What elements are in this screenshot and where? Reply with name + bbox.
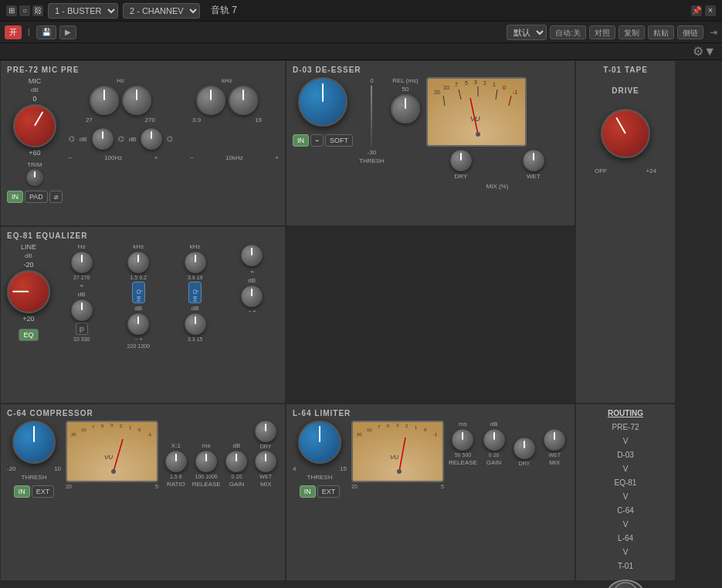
lim-mix-dry-knob[interactable] — [514, 438, 535, 459]
dry-knob[interactable] — [450, 150, 472, 171]
comp-in-btn[interactable]: IN — [14, 485, 30, 498]
settings-arrow[interactable]: ▼ — [703, 45, 716, 59]
comp-ms-label: ms — [202, 442, 211, 449]
pad-button[interactable]: PAD — [25, 191, 48, 203]
hz-low-knob[interactable] — [90, 86, 119, 115]
ratio-knob[interactable] — [165, 451, 187, 472]
thresh-max: 0 — [370, 77, 373, 84]
comp-thresh-min: -20 — [7, 465, 16, 472]
svg-text:-1: -1 — [147, 432, 152, 437]
filter-icon2: ⌬ — [118, 135, 124, 143]
hz-high-knob[interactable] — [122, 86, 151, 115]
drive-knob[interactable] — [601, 109, 650, 158]
band1-pin[interactable]: 𝕡 — [76, 323, 88, 335]
track2-selector[interactable]: 2 - CHANNEV — [123, 3, 200, 19]
lim-thresh-knob[interactable] — [298, 421, 341, 464]
band1-hz: Hz — [78, 243, 86, 250]
chain-icon[interactable]: ⛓ — [32, 5, 43, 16]
window-title: 音轨 7 — [205, 4, 686, 17]
khz-low-knob[interactable] — [196, 86, 225, 115]
lim-gain-knob[interactable] — [483, 429, 505, 451]
eq-line-knob[interactable] — [7, 270, 50, 313]
desser-chain-btn[interactable]: ⌁ — [310, 134, 324, 147]
lim-v500: 500 — [463, 452, 472, 458]
settings-bar: ⚙ ▼ — [0, 43, 722, 60]
band3-v15b: 15 — [197, 336, 203, 342]
comp-ext-btn[interactable]: EXT — [32, 485, 55, 498]
side-icon: ⇥ — [710, 27, 717, 38]
play-button[interactable]: ▶ — [59, 25, 76, 39]
band3-gain-knob[interactable] — [185, 313, 206, 335]
lim-v50: 50 — [455, 452, 461, 458]
mic-value: 0 — [32, 95, 36, 103]
khz-high-knob[interactable] — [229, 86, 258, 115]
svg-text:-1: -1 — [433, 432, 438, 437]
tape-panel: T-01 TAPE DRIVE OFF +24 — [575, 60, 676, 404]
band1-gain-knob[interactable] — [71, 299, 93, 321]
release-knob[interactable] — [195, 451, 217, 472]
svg-text:7: 7 — [455, 82, 458, 87]
rel-knob[interactable] — [391, 94, 420, 123]
band4-gain-knob[interactable] — [241, 286, 263, 307]
compare-button[interactable]: 对照 — [589, 25, 615, 39]
svg-text:VU: VU — [390, 454, 398, 461]
comp-thresh-max: 10 — [54, 465, 61, 472]
desser-soft-btn[interactable]: SOFT — [325, 134, 353, 147]
save-icon[interactable]: 💾 — [36, 25, 56, 39]
auto-button[interactable]: 自动:关 — [550, 25, 586, 39]
paste-button[interactable]: 粘贴 — [648, 25, 674, 39]
mic-knob[interactable] — [13, 104, 56, 147]
eq-button[interactable]: EQ — [19, 329, 38, 341]
off-label: OFF — [595, 167, 607, 174]
band2-khz: kHz — [133, 243, 144, 250]
in-button[interactable]: IN — [7, 191, 23, 203]
lim-in-btn[interactable]: IN — [300, 485, 316, 498]
v19: 19 — [255, 117, 262, 123]
mix-dry-knob[interactable] — [255, 421, 276, 442]
desser-panel: D-03 DE-ESSER IN ⌁ SOFT 0 -30 THRESH — [286, 60, 575, 226]
gain-knob[interactable] — [225, 451, 247, 472]
separator1: | — [28, 28, 30, 36]
lim-release-label: RELEASE — [449, 459, 477, 466]
settings-icon[interactable]: ⚙ — [693, 44, 703, 59]
band3-freq-knob[interactable] — [185, 252, 206, 273]
close-button[interactable]: × — [705, 5, 716, 16]
band4-db: dB — [248, 277, 256, 284]
mix-wet-knob[interactable] — [255, 451, 276, 472]
track1-selector[interactable]: 1 - BUSTER — [48, 3, 118, 19]
lim-ext-btn[interactable]: EXT — [317, 485, 341, 498]
title-bar: ⊞ ○ ⛓ 1 - BUSTER 2 - CHANNEV 音轨 7 📌 × — [0, 0, 722, 22]
thresh-label: THRESH — [359, 157, 385, 164]
trim-knob[interactable] — [26, 169, 43, 186]
lim-release-knob[interactable] — [452, 429, 473, 451]
band2-gain-knob[interactable] — [127, 313, 149, 335]
svg-text:3: 3 — [474, 79, 477, 85]
side-button[interactable]: 侧链 — [677, 25, 703, 39]
db-label2: dB — [80, 136, 87, 143]
comp-thresh-knob[interactable] — [12, 421, 56, 464]
db-high-knob[interactable] — [141, 128, 162, 150]
lim-mix-wet-knob[interactable] — [544, 429, 565, 451]
db-low-knob[interactable] — [92, 128, 114, 150]
preset-dropdown[interactable]: 默认 — [507, 25, 547, 40]
filter-icon3: ⌬ — [167, 135, 173, 143]
hiq2-button[interactable]: Hi Q — [188, 282, 202, 303]
desser-in-btn[interactable]: IN — [293, 134, 309, 147]
eq-db-label: dB — [25, 252, 32, 259]
comp-v20g: 20 — [236, 474, 242, 479]
band2-freq-knob[interactable] — [127, 252, 149, 273]
copy-button[interactable]: 复制 — [619, 25, 645, 39]
mix-label: MIX (%) — [426, 183, 568, 190]
power-button[interactable]: 开 — [5, 25, 22, 39]
band1-freq-knob[interactable] — [71, 252, 93, 273]
comp-v0g: 0 — [232, 474, 235, 479]
desser-main-knob[interactable] — [298, 77, 347, 127]
pin-icon[interactable]: 📌 — [691, 5, 702, 16]
hiq1-button[interactable]: Hi Q — [132, 282, 145, 303]
comp-v6: 6 — [179, 474, 182, 479]
lim-v20g: 20 — [493, 452, 500, 458]
wet-knob[interactable] — [523, 150, 544, 171]
power-icon[interactable]: ○ — [19, 5, 30, 16]
band4-knob[interactable] — [241, 245, 263, 266]
phase-button[interactable]: ⌀ — [49, 191, 63, 203]
